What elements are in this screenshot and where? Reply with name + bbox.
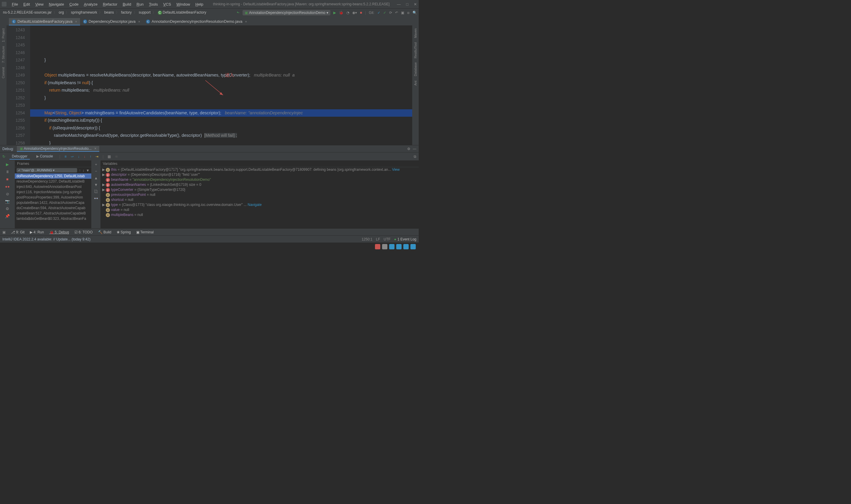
- crumb[interactable]: org: [58, 10, 65, 15]
- profile-icon[interactable]: ◉▾: [352, 11, 357, 15]
- debug-session-tab[interactable]: ▣ AnnotationDependencyInjectionResolutio…: [17, 146, 99, 152]
- bottom-tool-9-git[interactable]: ⎇ 9: Git: [11, 230, 24, 234]
- variable-row[interactable]: ≡shortcut = null: [101, 197, 419, 202]
- step-out-icon[interactable]: ↑: [90, 155, 91, 159]
- resume-icon[interactable]: ▶: [6, 162, 9, 167]
- console-tab[interactable]: ▶ Console: [34, 154, 55, 160]
- tray-icon[interactable]: [389, 244, 395, 249]
- menu-window[interactable]: Window: [174, 1, 192, 7]
- glasses-icon[interactable]: 👓: [94, 196, 98, 201]
- remove-watch-icon[interactable]: −: [95, 169, 97, 174]
- close-tab-icon[interactable]: ×: [138, 20, 140, 23]
- bottom-tool-4-run[interactable]: ▶ 4: Run: [30, 230, 44, 234]
- variable-row[interactable]: ≡value = null: [101, 208, 419, 212]
- dump-icon[interactable]: 📷: [5, 199, 10, 203]
- menu-tools[interactable]: Tools: [147, 1, 160, 7]
- rerun-icon[interactable]: ↻: [2, 155, 5, 159]
- minimize-icon[interactable]: —: [397, 2, 401, 6]
- frame-item[interactable]: doResolveDependency:1250, DefaultListab: [15, 174, 91, 179]
- thread-combo[interactable]: ✓ "main"@...RUNNING ▾: [17, 168, 77, 173]
- frame-item[interactable]: inject:116, InjectionMetadata (org.sprin…: [15, 190, 91, 195]
- variable-row[interactable]: ≡previousInjectionPoint = null: [101, 192, 419, 197]
- menu-help[interactable]: Help: [193, 1, 206, 7]
- tray-icon[interactable]: [396, 244, 402, 249]
- frame-item[interactable]: populateBean:1422, AbstractAutowireCapa: [15, 200, 91, 205]
- menu-build[interactable]: Build: [120, 1, 133, 7]
- crumb[interactable]: springframework: [70, 10, 98, 15]
- variable-row[interactable]: pbeanName = "annotationDependencyInjecti…: [101, 177, 419, 182]
- git-commit-icon[interactable]: ✓: [383, 11, 386, 15]
- variables-list[interactable]: ▶≡this = {DefaultListableBeanFactory@171…: [101, 167, 419, 217]
- bottom-tool-terminal[interactable]: ▣ Terminal: [136, 230, 153, 234]
- coverage-icon[interactable]: ◔: [346, 11, 349, 15]
- up-watch-icon[interactable]: ▲: [94, 176, 98, 180]
- filter-frames-icon[interactable]: ▼: [86, 168, 90, 173]
- menu-navigate[interactable]: Navigate: [47, 1, 66, 7]
- variable-row[interactable]: ▶pautowiredBeanNames = {LinkedHashSet@17…: [101, 182, 419, 187]
- stop-debug-icon[interactable]: ■: [6, 177, 8, 181]
- frames-list[interactable]: doResolveDependency:1250, DefaultListabr…: [15, 174, 91, 221]
- down-watch-icon[interactable]: ▼: [94, 183, 98, 187]
- left-rail-item[interactable]: 7: Structure: [1, 45, 5, 64]
- force-step-into-icon[interactable]: ↓: [84, 155, 85, 159]
- right-rail-item[interactable]: Ant: [414, 79, 417, 87]
- variable-row[interactable]: ≡multipleBeans = null: [101, 212, 419, 217]
- search-everywhere-icon[interactable]: 🔍: [413, 11, 417, 15]
- status-message[interactable]: IntelliJ IDEA 2022.2.4 available: // Upd…: [2, 237, 90, 241]
- bottom-tool-6-todo[interactable]: ☑ 6: TODO: [74, 230, 93, 234]
- right-rail-item[interactable]: RestfulTool: [414, 41, 417, 59]
- variable-row[interactable]: ▶≡type = {Class@1773} "class org.xiaoge.…: [101, 202, 419, 208]
- editor-tab[interactable]: CDependencyDescriptor.java×: [80, 18, 143, 25]
- close-tab-icon[interactable]: ×: [245, 20, 247, 23]
- frame-item[interactable]: inject:640, AutowiredAnnotationBeanPost: [15, 184, 91, 190]
- bottom-tool-spring[interactable]: ❀ Spring: [117, 230, 131, 234]
- event-log[interactable]: 1 Event Log: [394, 237, 416, 241]
- variable-row[interactable]: ▶ptypeConverter = {SimpleTypeConverter@1…: [101, 187, 419, 192]
- frame-item[interactable]: createBean:517, AbstractAutowireCapableB: [15, 211, 91, 216]
- bottom-tool-build[interactable]: 🔨 Build: [98, 230, 111, 234]
- evaluate-icon[interactable]: ▦: [108, 155, 111, 159]
- run-config-combo[interactable]: ▣ AnnotationDependencyInjectionResolutio…: [242, 10, 330, 15]
- debug-icon[interactable]: 🐞: [339, 11, 343, 15]
- left-rail-item[interactable]: Commit: [1, 66, 5, 79]
- prev-frame-icon[interactable]: ↑: [79, 168, 81, 173]
- breadcrumbs[interactable]: ns-5.2.2.RELEASE-sources.jar〉org〉springf…: [2, 10, 207, 15]
- run-icon[interactable]: ▶: [333, 11, 336, 15]
- tray-icon[interactable]: [411, 244, 416, 249]
- line-separator[interactable]: LF: [376, 237, 380, 241]
- tray-icon[interactable]: [403, 244, 409, 249]
- menu-file[interactable]: File: [10, 1, 20, 7]
- crumb[interactable]: ns-5.2.2.RELEASE-sources.jar: [2, 10, 53, 15]
- left-rail-item[interactable]: 1: Project: [1, 27, 5, 43]
- new-watch-icon[interactable]: +: [95, 162, 97, 167]
- variable-row[interactable]: ▶≡this = {DefaultListableBeanFactory@171…: [101, 167, 419, 172]
- pause-icon[interactable]: ⏸: [6, 169, 10, 174]
- caret-position[interactable]: 1250:1: [362, 237, 373, 241]
- menu-code[interactable]: Code: [67, 1, 81, 7]
- git-update-icon[interactable]: ✓: [377, 11, 380, 15]
- show-execution-icon[interactable]: ≡: [65, 155, 67, 159]
- right-rail-item[interactable]: Maven: [414, 27, 417, 39]
- copy-watch-icon[interactable]: ⿻: [94, 190, 98, 194]
- menu-view[interactable]: View: [33, 1, 46, 7]
- menu-run[interactable]: Run: [134, 1, 146, 7]
- step-over-icon[interactable]: ⤻: [71, 155, 74, 159]
- git-history-icon[interactable]: ⟳: [389, 11, 392, 15]
- layout-icon[interactable]: ⧉: [414, 155, 416, 159]
- pin-icon[interactable]: 📌: [5, 214, 10, 218]
- crumb[interactable]: beans: [103, 10, 115, 15]
- next-frame-icon[interactable]: ↓: [83, 168, 84, 173]
- settings-debug-icon[interactable]: ⚙: [6, 206, 9, 211]
- settings-icon[interactable]: ⚙: [407, 147, 411, 151]
- editor-tab[interactable]: CDefaultListableBeanFactory.java×: [9, 18, 80, 25]
- search-icon[interactable]: ⧈: [407, 11, 410, 15]
- step-into-icon[interactable]: ↓: [78, 155, 79, 159]
- git-push-icon[interactable]: ▣: [401, 11, 404, 15]
- bottom-tool-5-debug[interactable]: 🐞 5: Debug: [49, 230, 69, 234]
- variable-row[interactable]: ▶pdescriptor = {DependencyDescriptor@171…: [101, 172, 419, 177]
- menu-analyze[interactable]: Analyze: [82, 1, 100, 7]
- code-editor[interactable]: 进入 } Object multipleBeans = resolveMulti…: [30, 25, 412, 145]
- line-gutter[interactable]: 1243124412451246124712481249125012511252…: [6, 25, 30, 145]
- mute-bp-icon[interactable]: ⊘: [6, 192, 9, 196]
- build-icon[interactable]: ⬑: [237, 11, 240, 15]
